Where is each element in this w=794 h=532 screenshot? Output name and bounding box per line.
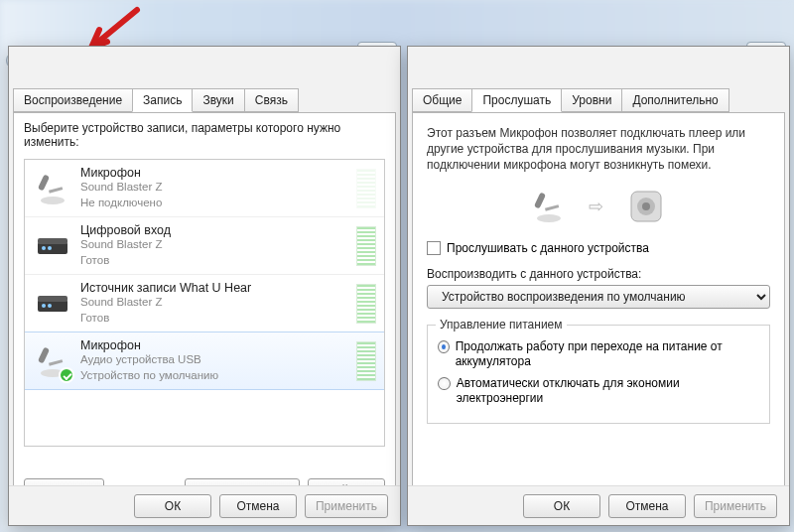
mic-icon xyxy=(33,169,72,208)
svg-rect-12 xyxy=(38,346,50,363)
svg-rect-2 xyxy=(49,187,63,194)
device-status: Готов xyxy=(80,311,356,327)
default-check-icon xyxy=(59,367,74,383)
properties-tabstrip: Общие Прослушать Уровни Дополнительно xyxy=(408,82,789,112)
sound-tabstrip: Воспроизведение Запись Звуки Связь xyxy=(9,82,400,112)
audio-box-icon xyxy=(33,226,72,266)
properties-tab-body: Этот разъем Микрофон позволяет подключат… xyxy=(412,112,785,513)
tab-advanced[interactable]: Дополнительно xyxy=(621,88,728,112)
apply-button[interactable]: Применить xyxy=(694,494,777,518)
sound-bottom-buttons: ОК Отмена Применить xyxy=(9,485,400,525)
device-row-digital-in[interactable]: Цифровой вход Sound Blaster Z Готов xyxy=(25,217,384,275)
properties-dialog: Общие Прослушать Уровни Дополнительно Эт… xyxy=(407,46,790,526)
power-radio-continue[interactable] xyxy=(438,340,450,353)
recording-instruction: Выберите устройство записи, параметры ко… xyxy=(14,113,395,155)
device-subtitle: Sound Blaster Z xyxy=(80,180,356,196)
sound-dialog: Воспроизведение Запись Звуки Связь Выбер… xyxy=(8,46,401,526)
properties-bottom-buttons: ОК Отмена Применить xyxy=(408,485,789,525)
svg-point-10 xyxy=(48,304,52,308)
device-status: Не подключено xyxy=(80,196,356,211)
tab-communications[interactable]: Связь xyxy=(244,88,299,112)
device-status: Устройство по умолчанию xyxy=(80,368,356,384)
device-subtitle: Sound Blaster Z xyxy=(80,295,356,311)
sound-tab-body: Выберите устройство записи, параметры ко… xyxy=(13,112,396,513)
level-meter xyxy=(356,284,376,324)
svg-point-9 xyxy=(42,304,46,308)
pictogram-row: ⇨ xyxy=(413,186,784,227)
ok-button[interactable]: ОК xyxy=(134,494,211,518)
level-meter xyxy=(356,226,376,266)
power-radio-auto-off[interactable] xyxy=(438,377,451,390)
power-group-legend: Управление питанием xyxy=(436,318,567,332)
svg-rect-16 xyxy=(544,204,558,211)
cancel-button[interactable]: Отмена xyxy=(219,494,297,518)
device-name: Цифровой вход xyxy=(80,223,356,237)
svg-point-14 xyxy=(537,214,561,222)
listen-checkbox-label: Прослушивать с данного устройства xyxy=(447,241,649,255)
level-meter xyxy=(356,341,376,381)
tab-recording[interactable]: Запись xyxy=(132,88,193,112)
tab-general[interactable]: Общие xyxy=(412,88,472,112)
level-meter xyxy=(356,169,376,208)
svg-rect-13 xyxy=(49,359,63,366)
device-status: Готов xyxy=(80,253,356,269)
device-row-mic-usb[interactable]: Микрофон Аудио устройства USB Устройство… xyxy=(24,332,385,390)
audio-box-icon xyxy=(33,284,72,324)
device-row-mic-sb[interactable]: Микрофон Sound Blaster Z Не подключено xyxy=(25,160,384,217)
device-subtitle: Sound Blaster Z xyxy=(80,237,356,253)
mic-icon xyxy=(531,189,567,224)
svg-point-19 xyxy=(642,202,650,210)
device-list[interactable]: Микрофон Sound Blaster Z Не подключено Ц… xyxy=(24,159,385,447)
tab-listen[interactable]: Прослушать xyxy=(471,88,562,112)
svg-point-5 xyxy=(42,246,46,250)
apply-button[interactable]: Применить xyxy=(305,494,388,518)
power-radio-continue-label: Продолжать работу при переходе на питани… xyxy=(456,339,759,370)
speaker-icon xyxy=(625,186,667,227)
device-subtitle: Аудио устройства USB xyxy=(80,352,356,368)
play-through-select[interactable]: Устройство воспроизведения по умолчанию xyxy=(427,285,770,309)
svg-rect-4 xyxy=(38,238,67,244)
device-name: Источник записи What U Hear xyxy=(80,281,356,295)
tab-levels[interactable]: Уровни xyxy=(561,88,622,112)
mic-icon xyxy=(33,341,72,381)
svg-point-0 xyxy=(41,197,65,204)
power-radio-auto-off-label: Автоматически отключать для экономии эле… xyxy=(457,376,759,407)
svg-rect-8 xyxy=(38,296,67,302)
svg-rect-1 xyxy=(38,174,50,191)
device-name: Микрофон xyxy=(80,166,356,180)
tab-sounds[interactable]: Звуки xyxy=(192,88,244,112)
device-row-what-u-hear[interactable]: Источник записи What U Hear Sound Blaste… xyxy=(25,275,384,332)
ok-button[interactable]: ОК xyxy=(523,494,600,518)
svg-rect-15 xyxy=(533,192,545,208)
arrow-right-icon: ⇨ xyxy=(589,196,603,217)
tab-playback[interactable]: Воспроизведение xyxy=(13,88,133,112)
device-name: Микрофон xyxy=(80,338,356,352)
listen-checkbox[interactable] xyxy=(427,241,441,255)
play-through-label: Воспроизводить с данного устройства: xyxy=(413,265,784,285)
power-management-group: Управление питанием Продолжать работу пр… xyxy=(427,325,770,424)
svg-point-6 xyxy=(48,246,52,250)
listen-description: Этот разъем Микрофон позволяет подключат… xyxy=(413,113,784,182)
cancel-button[interactable]: Отмена xyxy=(608,494,686,518)
